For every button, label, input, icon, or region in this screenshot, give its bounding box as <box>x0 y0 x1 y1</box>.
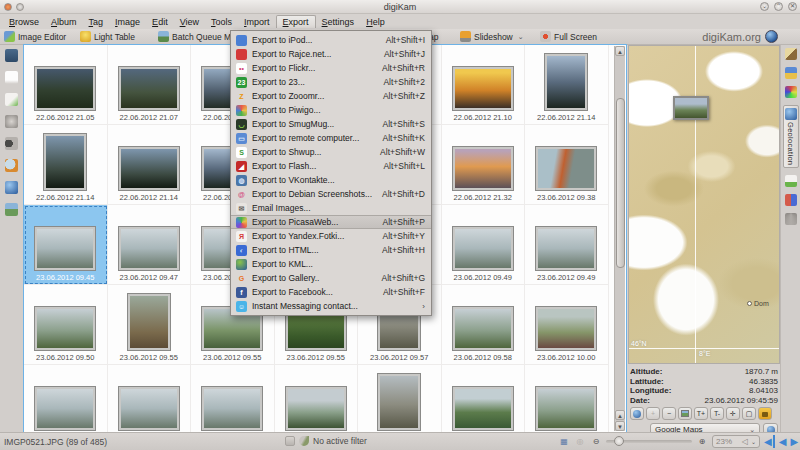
photo-thumbnail[interactable] <box>119 227 179 270</box>
menu-item-export-to-rajce-net[interactable]: Export to Rajce.net...Alt+Shift+J <box>231 47 431 61</box>
photo-thumbnail[interactable] <box>453 67 513 110</box>
fit-window-icon[interactable]: ◎ <box>574 436 586 448</box>
zoom-combobox[interactable]: 23% ◁ ⌄ <box>712 435 760 448</box>
albums-icon[interactable] <box>5 49 18 62</box>
people-icon[interactable] <box>5 203 18 216</box>
photo-thumbnail[interactable] <box>119 67 179 110</box>
tags-icon[interactable] <box>5 93 18 106</box>
photo-thumbnail[interactable] <box>119 387 179 430</box>
colors-icon[interactable] <box>785 86 797 98</box>
photo-thumbnail[interactable] <box>44 134 86 190</box>
menubar-item-help[interactable]: Help <box>360 16 391 28</box>
photo-thumbnail[interactable] <box>453 387 513 430</box>
fuzzy-search-icon[interactable] <box>5 159 18 172</box>
chevron-down-icon[interactable]: ⌄ <box>751 438 756 445</box>
zoom-in-icon[interactable]: ⊕ <box>696 436 708 448</box>
menu-item-export-to-remote-computer[interactable]: ▭Export to remote computer...Alt+Shift+K <box>231 131 431 145</box>
photo-thumbnail[interactable] <box>202 387 262 430</box>
menu-item-export-to-piwigo[interactable]: Export to Piwigo... <box>231 103 431 117</box>
thumbnail-cell[interactable]: 22.06.2012 21.07 <box>108 45 192 125</box>
thumbnail-cell[interactable]: 23.06.2012 10.01 <box>24 365 108 433</box>
thumbnail-cell[interactable]: 23.06.2012 10.05 <box>275 365 359 433</box>
photo-thumbnail[interactable] <box>35 227 95 270</box>
minimize-icon[interactable]: ⌄ <box>760 2 769 11</box>
properties-icon[interactable] <box>785 48 797 60</box>
thumbnail-cell[interactable]: 22.06.2012 21.05 <box>24 45 108 125</box>
center-map-button[interactable]: ✛ <box>726 407 740 420</box>
menubar-item-album[interactable]: Album <box>45 16 83 28</box>
photo-thumbnail[interactable] <box>286 387 346 430</box>
menubar-item-import[interactable]: Import <box>238 16 276 28</box>
menu-item-instant-messaging-contact[interactable]: ☺Instant Messaging contact...› <box>231 299 431 313</box>
photo-thumbnail[interactable] <box>35 307 95 350</box>
menu-item-export-to-picasaweb[interactable]: Export to PicasaWeb...Alt+Shift+P <box>231 215 431 229</box>
thumbnail-cell[interactable]: 22.06.2012 21.32 <box>442 125 526 205</box>
thumbnail-cell[interactable]: 23.06.2012 09.45 <box>24 205 108 285</box>
photo-thumbnail[interactable] <box>35 67 95 110</box>
menubar-item-view[interactable]: View <box>174 16 205 28</box>
scroll-down-icon[interactable]: ▼ <box>615 421 625 431</box>
thumbnail-cell[interactable]: 23.06.2012 10.01 <box>108 365 192 433</box>
map-settings-button[interactable] <box>630 407 644 420</box>
map-view[interactable]: 46°N 8°E Dom <box>628 45 780 364</box>
vertical-scrollbar[interactable]: ▲ ▲ ▼ <box>614 46 625 431</box>
menu-item-export-to-gallery[interactable]: GExport to Gallery..Alt+Shift+G <box>231 271 431 285</box>
menu-item-export-to-yandex-fotki[interactable]: ЯExport to Yandex.Fotki...Alt+Shift+Y <box>231 229 431 243</box>
menu-item-export-to-debian-screenshots[interactable]: @Export to Debian Screenshots...Alt+Shif… <box>231 187 431 201</box>
thumbnail-cell[interactable]: 22.06.2012 21.14 <box>525 45 609 125</box>
menu-item-export-to-ipod[interactable]: Export to iPod...Alt+Shift+I <box>231 33 431 47</box>
zoom-out-button[interactable]: − <box>662 407 676 420</box>
menubar-item-export[interactable]: Export <box>276 15 316 28</box>
zoom-out-icon[interactable]: ⊖ <box>590 436 602 448</box>
thumbnail-cell[interactable]: 22.06.2012 21.14 <box>24 125 108 205</box>
toolbar-button-slideshow[interactable]: Slideshow⌄ <box>460 30 524 43</box>
close-icon[interactable]: ✕ <box>788 2 797 11</box>
photo-thumbnail[interactable] <box>536 227 596 270</box>
versions-icon[interactable] <box>785 194 797 206</box>
next-image-button[interactable]: ▶ <box>790 435 798 448</box>
thumbnail-cell[interactable]: 23.06.2012 09.55 <box>108 285 192 365</box>
chevron-down-icon[interactable]: ⌄ <box>518 33 524 41</box>
show-thumbnails-button[interactable] <box>678 407 692 420</box>
menubar-item-browse[interactable]: Browse <box>3 16 45 28</box>
thumbnail-cell[interactable]: 23.06.2012 09.58 <box>442 285 526 365</box>
filter-wrench-icon[interactable] <box>299 436 309 446</box>
captions-icon[interactable] <box>785 175 797 187</box>
menu-item-export-to-shwup[interactable]: SExport to Shwup...Alt+Shift+W <box>231 145 431 159</box>
decrease-thumb-button[interactable]: T- <box>710 407 724 420</box>
menu-item-export-to-flickr[interactable]: ••Export to Flickr...Alt+Shift+R <box>231 61 431 75</box>
metadata-icon[interactable] <box>785 67 797 79</box>
menubar-item-tools[interactable]: Tools <box>205 16 238 28</box>
search-icon[interactable] <box>5 137 18 150</box>
toolbar-button-image-editor[interactable]: Image Editor <box>4 30 66 43</box>
thumbnail-cell[interactable]: 22.06.2012 21.14 <box>108 125 192 205</box>
increase-thumb-button[interactable]: T+ <box>694 407 708 420</box>
menubar-item-image[interactable]: Image <box>109 16 146 28</box>
map-view-icon[interactable] <box>5 181 18 194</box>
lock-button[interactable] <box>758 407 772 420</box>
thumbnail-cell[interactable]: 23.06.2012 09.47 <box>108 205 192 285</box>
thumbnail-cell[interactable]: 23.06.2012 10.00 <box>525 285 609 365</box>
thumbnail-cell[interactable]: 23.06.2012 10.04 <box>191 365 275 433</box>
zoom-slider[interactable] <box>606 440 692 443</box>
photo-thumbnail[interactable] <box>536 307 596 350</box>
menu-item-email-images[interactable]: ✉Email Images... <box>231 201 431 215</box>
photo-thumbnail[interactable] <box>536 147 596 190</box>
thumbnail-cell[interactable]: 23.06.2012 10.13 <box>525 365 609 433</box>
tab-geolocation[interactable]: Geolocation <box>783 105 799 168</box>
scrollbar-thumb[interactable] <box>616 98 625 268</box>
previous-image-button[interactable]: ◀ <box>779 435 787 448</box>
menubar-item-edit[interactable]: Edit <box>146 16 174 28</box>
menu-item-export-to-vkontakte[interactable]: ◍Export to VKontakte... <box>231 173 431 187</box>
thumbnail-cell[interactable]: 23.06.2012 09.50 <box>24 285 108 365</box>
menu-item-export-to-facebook[interactable]: fExport to Facebook...Alt+Shift+F <box>231 285 431 299</box>
region-select-button[interactable]: ▢ <box>742 407 756 420</box>
thumbnail-cell[interactable]: 23.06.2012 10.09 <box>442 365 526 433</box>
photo-thumbnail[interactable] <box>453 227 513 270</box>
menubar-item-tag[interactable]: Tag <box>83 16 110 28</box>
thumbnail-cell[interactable]: 23.06.2012 09.38 <box>525 125 609 205</box>
menu-item-export-to-kml[interactable]: Export to KML... <box>231 257 431 271</box>
menu-item-export-to-23[interactable]: 23Export to 23...Alt+Shift+2 <box>231 75 431 89</box>
toolbar-button-full-screen[interactable]: Full Screen <box>540 30 597 43</box>
zoom-in-button[interactable]: + <box>646 407 660 420</box>
